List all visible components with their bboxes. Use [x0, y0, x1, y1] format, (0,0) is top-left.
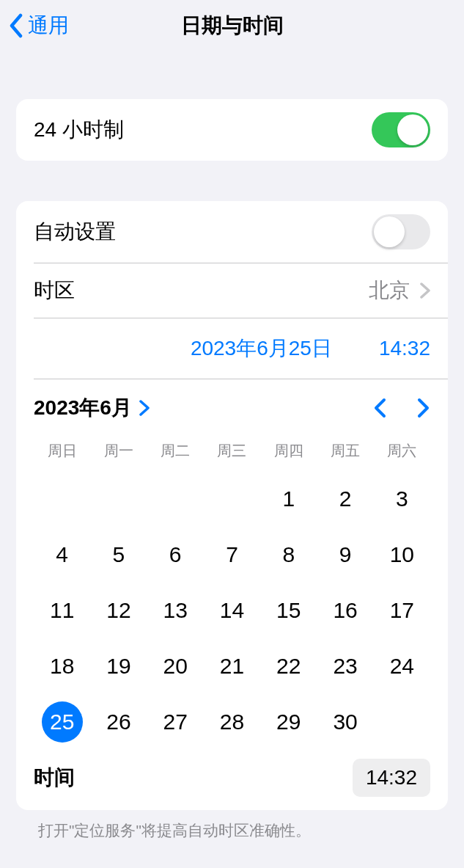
footer-note: 打开"定位服务"将提高自动时区准确性。: [16, 810, 448, 851]
calendar-day[interactable]: 19: [90, 638, 147, 694]
row-datetime-display: 2023年6月25日 14:32: [16, 318, 448, 379]
calendar-day[interactable]: 4: [34, 527, 90, 583]
calendar-weekday: 周日: [34, 437, 90, 471]
calendar-day[interactable]: 16: [317, 583, 373, 638]
calendar-day[interactable]: 6: [147, 527, 204, 583]
calendar-day[interactable]: 5: [90, 527, 147, 583]
calendar: 2023年6月: [16, 379, 448, 810]
calendar-time-label: 时间: [34, 764, 75, 792]
timezone-value: 北京: [369, 277, 410, 304]
calendar-day[interactable]: 15: [260, 583, 317, 638]
page-title: 日期与时间: [181, 12, 284, 40]
calendar-day[interactable]: 17: [374, 583, 430, 638]
calendar-day[interactable]: 18: [34, 638, 90, 694]
row-24-hour: 24 小时制: [16, 99, 448, 161]
calendar-day[interactable]: 26: [90, 694, 147, 750]
calendar-day[interactable]: 3: [374, 471, 430, 527]
calendar-day[interactable]: 20: [147, 638, 204, 694]
calendar-weekday: 周一: [90, 437, 147, 471]
calendar-day[interactable]: 25: [34, 694, 90, 750]
calendar-day[interactable]: 23: [317, 638, 373, 694]
calendar-day[interactable]: 11: [34, 583, 90, 638]
back-label: 通用: [28, 12, 69, 40]
row-label-timezone: 时区: [34, 277, 75, 304]
calendar-prev-month[interactable]: [373, 398, 386, 418]
calendar-empty-cell: [204, 471, 260, 527]
calendar-day[interactable]: 7: [204, 527, 260, 583]
chevron-left-icon: [373, 398, 386, 418]
switch-auto-set[interactable]: [372, 214, 430, 249]
calendar-time-row: 时间 14:32: [34, 750, 430, 800]
calendar-day[interactable]: 28: [204, 694, 260, 750]
calendar-empty-cell: [34, 471, 90, 527]
calendar-day[interactable]: 13: [147, 583, 204, 638]
row-timezone[interactable]: 时区 北京: [16, 263, 448, 318]
calendar-day[interactable]: 21: [204, 638, 260, 694]
calendar-day[interactable]: 22: [260, 638, 317, 694]
calendar-day[interactable]: 24: [374, 638, 430, 694]
date-display[interactable]: 2023年6月25日: [191, 335, 332, 362]
calendar-weekday: 周三: [204, 437, 260, 471]
calendar-month-picker[interactable]: 2023年6月: [34, 394, 150, 422]
calendar-weekday: 周二: [147, 437, 204, 471]
calendar-day[interactable]: 9: [317, 527, 373, 583]
calendar-day[interactable]: 14: [204, 583, 260, 638]
time-display[interactable]: 14:32: [379, 337, 430, 360]
back-button[interactable]: 通用: [9, 12, 69, 40]
calendar-day[interactable]: 12: [90, 583, 147, 638]
calendar-day[interactable]: 27: [147, 694, 204, 750]
calendar-month-label: 2023年6月: [34, 394, 132, 422]
calendar-weekday: 周六: [374, 437, 430, 471]
calendar-day[interactable]: 2: [317, 471, 373, 527]
chevron-right-icon: [417, 398, 430, 418]
row-label-auto-set: 自动设置: [34, 218, 116, 246]
calendar-time-button[interactable]: 14:32: [353, 759, 430, 797]
chevron-right-icon: [420, 282, 430, 299]
row-auto-set: 自动设置: [16, 201, 448, 263]
calendar-day[interactable]: 1: [260, 471, 317, 527]
calendar-next-month[interactable]: [417, 398, 430, 418]
chevron-right-icon: [139, 400, 150, 416]
chevron-left-icon: [9, 13, 23, 38]
calendar-empty-cell: [90, 471, 147, 527]
calendar-day[interactable]: 29: [260, 694, 317, 750]
calendar-day[interactable]: 30: [317, 694, 373, 750]
calendar-weekday: 周四: [260, 437, 317, 471]
calendar-empty-cell: [147, 471, 204, 527]
row-label-24-hour: 24 小时制: [34, 116, 124, 144]
calendar-day[interactable]: 10: [374, 527, 430, 583]
switch-24-hour[interactable]: [372, 112, 430, 147]
calendar-weekday: 周五: [317, 437, 373, 471]
calendar-day[interactable]: 8: [260, 527, 317, 583]
